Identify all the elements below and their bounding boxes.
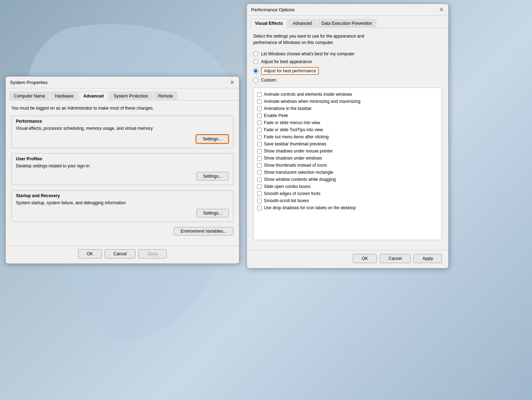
- checkbox-input-11[interactable]: [257, 170, 262, 175]
- checkbox-input-6[interactable]: [257, 135, 262, 139]
- performance-section: Performance Visual effects, processor sc…: [11, 116, 233, 148]
- environment-variables-button[interactable]: Environment Variables...: [174, 227, 233, 235]
- checkbox-input-16[interactable]: [257, 206, 262, 210]
- checkbox-label-3: Enable Peek: [264, 113, 288, 118]
- perf-cancel-button[interactable]: Cancel: [380, 254, 411, 263]
- checkbox-label-4: Fade or slide menus into view: [264, 120, 320, 125]
- sys-cancel-button[interactable]: Cancel: [105, 249, 135, 259]
- radio-let-windows-input[interactable]: [253, 51, 258, 56]
- checkbox-input-0[interactable]: [257, 92, 262, 97]
- tab-dep[interactable]: Data Execution Prevention: [317, 19, 377, 28]
- visual-effects-radio-group: Let Windows choose what's best for my co…: [253, 51, 442, 83]
- performance-options-window: Performance Options ✕ Visual Effects Adv…: [246, 4, 449, 268]
- checkbox-input-8[interactable]: [257, 149, 262, 154]
- checkbox-input-3[interactable]: [257, 113, 262, 118]
- radio-custom: Custom:: [253, 78, 442, 83]
- checkbox-input-5[interactable]: [257, 128, 262, 132]
- radio-best-appearance-label: Adjust for best appearance: [261, 59, 312, 64]
- radio-let-windows: Let Windows choose what's best for my co…: [253, 51, 442, 56]
- checkbox-input-12[interactable]: [257, 177, 262, 182]
- checkbox-label-11: Show translucent selection rectangle: [264, 170, 333, 175]
- checkbox-item: Show window contents while dragging: [256, 176, 439, 183]
- tab-advanced[interactable]: Advanced: [79, 91, 108, 101]
- checkbox-label-0: Animate controls and elements inside win…: [264, 92, 352, 97]
- checkbox-label-15: Smooth-scroll list boxes: [264, 198, 309, 203]
- checkbox-label-1: Animate windows when minimizing and maxi…: [264, 99, 360, 104]
- checkbox-item: Slide open combo boxes: [256, 183, 439, 190]
- checkbox-label-12: Show window contents while dragging: [264, 177, 336, 182]
- checkbox-label-14: Smooth edges of screen fonts: [264, 191, 320, 196]
- startup-recovery-label: Startup and Recovery: [16, 193, 229, 198]
- user-profiles-label: User Profiles: [16, 156, 229, 161]
- checkbox-input-1[interactable]: [257, 99, 262, 104]
- radio-custom-label: Custom:: [261, 78, 277, 83]
- system-properties-footer: OK Cancel Apply: [6, 245, 239, 263]
- radio-custom-input[interactable]: [253, 78, 258, 83]
- checkbox-input-13[interactable]: [257, 184, 262, 189]
- sys-ok-button[interactable]: OK: [78, 249, 102, 259]
- tab-hardware[interactable]: Hardware: [50, 91, 78, 101]
- checkbox-item: Show thumbnails instead of icons: [256, 162, 439, 169]
- checkbox-item: Show shadows under windows: [256, 155, 439, 162]
- startup-recovery-settings-button[interactable]: Settings...: [196, 209, 229, 217]
- radio-best-performance-label: Adjust for best performance: [261, 67, 319, 75]
- checkbox-label-8: Show shadows under mouse pointer: [264, 149, 333, 154]
- checkbox-label-6: Fade out menu items after clicking: [264, 134, 329, 139]
- checkbox-item: Animations in the taskbar: [256, 105, 439, 112]
- tab-perf-advanced[interactable]: Advanced: [288, 19, 316, 28]
- radio-best-appearance: Adjust for best appearance: [253, 59, 442, 64]
- checkbox-input-14[interactable]: [257, 191, 262, 196]
- performance-label: Performance: [16, 119, 229, 124]
- checkbox-item: Smooth edges of screen fonts: [256, 190, 439, 197]
- checkbox-input-9[interactable]: [257, 156, 262, 161]
- checkbox-item: Fade or slide menus into view: [256, 119, 439, 126]
- radio-best-appearance-input[interactable]: [253, 59, 258, 64]
- checkbox-label-16: Use drop shadows for icon labels on the …: [264, 205, 356, 210]
- tab-computer-name[interactable]: Computer Name: [9, 91, 50, 101]
- checkbox-item: Animate controls and elements inside win…: [256, 91, 439, 98]
- system-properties-close-button[interactable]: ✕: [229, 79, 235, 85]
- performance-options-title: Performance Options: [251, 7, 295, 12]
- checkbox-item: Show translucent selection rectangle: [256, 169, 439, 176]
- system-properties-tab-bar: Computer Name Hardware Advanced System P…: [6, 88, 239, 101]
- checkbox-label-13: Slide open combo boxes: [264, 184, 310, 189]
- performance-description: Visual effects, processor scheduling, me…: [16, 126, 229, 131]
- radio-best-performance-input[interactable]: [253, 68, 258, 73]
- performance-options-content: Select the settings you want to use for …: [247, 28, 448, 250]
- user-profiles-settings-button[interactable]: Settings...: [196, 172, 229, 180]
- visual-effects-checkbox-list: Animate controls and elements inside win…: [253, 88, 442, 240]
- startup-recovery-description: System startup, system failure, and debu…: [16, 200, 229, 205]
- tab-system-protection[interactable]: System Protection: [109, 91, 153, 101]
- checkbox-input-15[interactable]: [257, 199, 262, 203]
- perf-apply-button[interactable]: Apply: [414, 254, 442, 263]
- system-properties-title: System Properties: [10, 80, 48, 85]
- user-profiles-section: User Profiles Desktop settings related t…: [11, 153, 233, 185]
- checkbox-label-5: Fade or slide ToolTips into view: [264, 127, 323, 132]
- checkbox-item: Save taskbar thumbnail previews: [256, 140, 439, 148]
- checkbox-item: Fade out menu items after clicking: [256, 133, 439, 140]
- sys-apply-button[interactable]: Apply: [138, 249, 167, 259]
- performance-options-description: Select the settings you want to use for …: [253, 33, 442, 46]
- checkbox-input-4[interactable]: [257, 121, 262, 125]
- admin-note: You must be logged on as an Administrato…: [11, 106, 233, 111]
- checkbox-item: Animate windows when minimizing and maxi…: [256, 98, 439, 105]
- checkbox-item: Enable Peek: [256, 112, 439, 119]
- performance-options-footer: OK Cancel Apply: [247, 250, 448, 268]
- checkbox-label-7: Save taskbar thumbnail previews: [264, 141, 326, 146]
- checkbox-label-9: Show shadows under windows: [264, 156, 322, 161]
- checkbox-input-10[interactable]: [257, 163, 262, 168]
- performance-options-close-button[interactable]: ✕: [438, 7, 444, 12]
- checkbox-input-2[interactable]: [257, 106, 262, 111]
- checkbox-item: Smooth-scroll list boxes: [256, 197, 439, 204]
- tab-visual-effects[interactable]: Visual Effects: [250, 19, 287, 28]
- checkbox-input-7[interactable]: [257, 142, 262, 146]
- tab-remote[interactable]: Remote: [154, 91, 178, 101]
- performance-options-tab-bar: Visual Effects Advanced Data Execution P…: [247, 16, 448, 28]
- checkbox-label-10: Show thumbnails instead of icons: [264, 163, 327, 168]
- radio-let-windows-label: Let Windows choose what's best for my co…: [261, 51, 355, 56]
- perf-ok-button[interactable]: OK: [353, 254, 377, 263]
- user-profiles-description: Desktop settings related to your sign-in: [16, 163, 229, 168]
- system-properties-titlebar: System Properties ✕: [6, 77, 239, 88]
- checkbox-item: Use drop shadows for icon labels on the …: [256, 204, 439, 211]
- performance-settings-button[interactable]: Settings...: [196, 134, 229, 144]
